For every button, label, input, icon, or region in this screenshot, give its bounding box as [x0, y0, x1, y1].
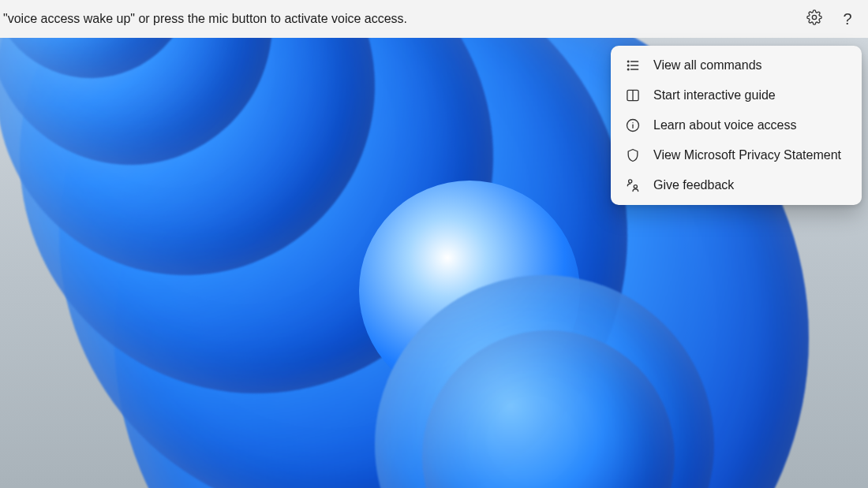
menu-item-start-interactive-guide[interactable]: Start interactive guide: [614, 80, 859, 110]
feedback-icon: [625, 177, 641, 193]
book-icon: [625, 88, 641, 103]
svg-point-1: [627, 61, 629, 62]
svg-point-3: [627, 65, 629, 66]
help-button[interactable]: ?: [835, 6, 860, 32]
menu-item-label: Give feedback: [653, 178, 734, 192]
shield-icon: [625, 147, 641, 163]
voice-access-bar: "voice access wake up" or press the mic …: [0, 0, 868, 38]
menu-item-view-all-commands[interactable]: View all commands: [614, 50, 859, 80]
menu-item-privacy-statement[interactable]: View Microsoft Privacy Statement: [614, 140, 859, 170]
list-icon: [625, 58, 641, 73]
info-icon: [625, 117, 641, 133]
svg-point-0: [812, 15, 816, 19]
help-icon: ?: [843, 11, 851, 27]
voice-access-actions: ?: [802, 6, 863, 32]
menu-item-learn-about-voice-access[interactable]: Learn about voice access: [614, 110, 859, 140]
voice-access-hint: "voice access wake up" or press the mic …: [0, 12, 407, 26]
settings-button[interactable]: [802, 6, 827, 32]
help-menu: View all commands Start interactive guid…: [611, 46, 862, 205]
menu-item-label: View all commands: [653, 58, 762, 73]
svg-point-11: [632, 122, 633, 123]
menu-item-label: Learn about voice access: [653, 118, 796, 132]
menu-item-label: View Microsoft Privacy Statement: [653, 148, 841, 162]
svg-point-13: [634, 185, 637, 188]
svg-point-12: [629, 180, 632, 183]
gear-icon: [806, 9, 822, 28]
menu-item-label: Start interactive guide: [653, 88, 776, 102]
menu-item-give-feedback[interactable]: Give feedback: [614, 170, 859, 200]
svg-point-5: [627, 69, 629, 70]
